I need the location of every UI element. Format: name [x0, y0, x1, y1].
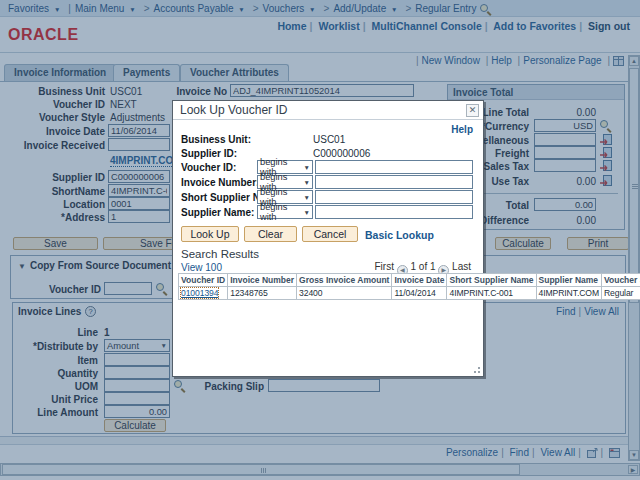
pagination-last[interactable]: Last — [452, 261, 471, 272]
result-cell: Regular — [601, 287, 640, 300]
result-cell: 32400 — [297, 287, 392, 300]
chevron-down-icon: ▼ — [304, 164, 310, 171]
look-up-button[interactable]: Look Up — [181, 226, 239, 242]
modal-business-unit-value: USC01 — [313, 134, 345, 145]
results-header-row: Voucher ID Invoice Number Gross Invoice … — [179, 274, 640, 287]
pagination-page-indicator: 1 of 1 — [411, 261, 436, 272]
search-results-heading: Search Results — [181, 248, 259, 260]
dialog-help-link[interactable]: Help — [451, 124, 473, 135]
close-icon[interactable]: ✕ — [466, 104, 479, 117]
column-header[interactable]: Invoice Date — [392, 274, 447, 287]
modal-supplier-id-label: Supplier ID: — [181, 148, 237, 159]
column-header[interactable]: Invoice Number — [228, 274, 297, 287]
cancel-button[interactable]: Cancel — [302, 226, 358, 242]
chevron-down-icon: ▼ — [304, 194, 310, 201]
column-header[interactable]: Supplier Name — [536, 274, 601, 287]
dialog-title: Look Up Voucher ID — [173, 101, 483, 120]
result-cell: 4IMPRINT.COM — [536, 287, 601, 300]
result-cell: 11/04/2014 — [392, 287, 447, 300]
result-row: 01001394 12348765 32400 11/04/2014 4IMPR… — [179, 287, 640, 300]
view-100-link[interactable]: View 100 — [181, 262, 222, 273]
result-cell: 12348765 — [228, 287, 297, 300]
column-header[interactable]: Voucher ID — [179, 274, 228, 287]
result-cell: 4IMPRINT.C-001 — [447, 287, 536, 300]
modal-supplier-name-input[interactable] — [315, 205, 473, 219]
clear-button[interactable]: Clear — [244, 226, 297, 242]
lookup-voucher-dialog: Look Up Voucher ID ✕ Help Business Unit:… — [172, 100, 484, 377]
modal-voucher-id-input[interactable] — [315, 160, 473, 174]
pagination-first[interactable]: First — [374, 261, 393, 272]
modal-supplier-id-value: C000000006 — [313, 148, 370, 159]
modal-invoice-number-input[interactable] — [315, 175, 473, 189]
modal-short-supplier-name-input[interactable] — [315, 190, 473, 204]
supplier-name-operator-select[interactable]: begins with▼ — [257, 205, 313, 219]
column-header[interactable]: Short Supplier Name — [447, 274, 536, 287]
chevron-down-icon: ▼ — [304, 209, 310, 216]
modal-supplier-name-label: Supplier Name: — [181, 207, 254, 218]
modal-voucher-id-label: Voucher ID: — [181, 162, 236, 173]
search-results-table: Voucher ID Invoice Number Gross Invoice … — [178, 273, 640, 300]
column-header[interactable]: Voucher Style — [601, 274, 640, 287]
modal-invoice-number-label: Invoice Number: — [181, 177, 259, 188]
column-header[interactable]: Gross Invoice Amount — [297, 274, 392, 287]
resize-grip[interactable] — [472, 365, 480, 373]
chevron-down-icon: ▼ — [304, 179, 310, 186]
modal-business-unit-label: Business Unit: — [181, 134, 251, 145]
basic-lookup-link[interactable]: Basic Lookup — [365, 229, 434, 241]
application-window: Favorites ▼ | Main Menu ▼ > Accounts Pay… — [0, 0, 640, 480]
voucher-id-result-link[interactable]: 01001394 — [181, 288, 218, 298]
